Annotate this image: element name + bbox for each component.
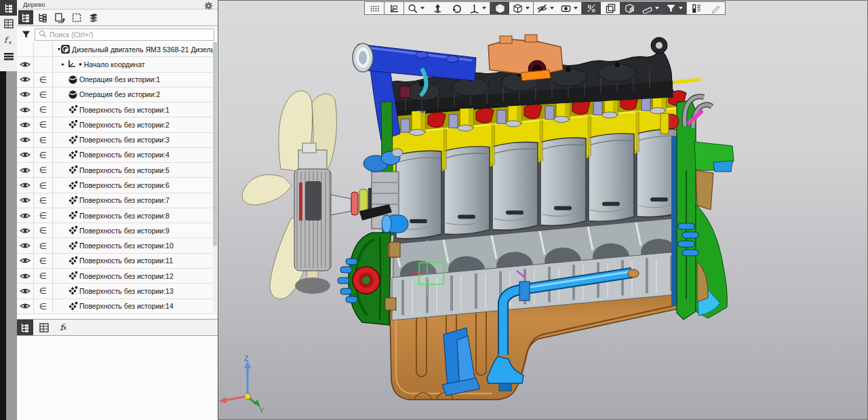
tree-row[interactable]: ∈Поверхность без истории:5 (17, 163, 214, 178)
vtb-clip-volume[interactable] (620, 2, 639, 14)
membership-icon: ∈ (34, 238, 53, 252)
tree-row[interactable]: ∈Поверхность без истории:3 (17, 133, 214, 148)
viewport-toolbar-group (403, 1, 490, 15)
tree-row[interactable]: ∈Поверхность без истории:2 (17, 117, 214, 132)
tree-item-label: Поверхность без истории:10 (79, 242, 174, 250)
vtb-cube-wireframe[interactable] (509, 2, 533, 14)
tree-row[interactable]: ∈Операция без истории:1 (17, 73, 214, 88)
vtb-cube-shaded[interactable] (490, 2, 509, 14)
left-rail: fx (0, 0, 17, 420)
visibility-eye-icon[interactable] (17, 102, 34, 117)
tree-panel-header: Дерево (17, 0, 218, 9)
axis-z-label: Z (244, 354, 249, 362)
viewport-toolbar-group (686, 1, 726, 15)
surface-icon (68, 135, 78, 145)
tree-row[interactable]: ∈Поверхность без истории:6 (17, 178, 214, 193)
tree-panel: Дерево Поиск (Ctrl+/) ▾Дизельный двигате… (17, 0, 218, 420)
expand-arrow[interactable]: ▸ (60, 61, 66, 67)
visibility-eye-icon[interactable] (17, 88, 34, 102)
visibility-eye-icon[interactable] (17, 178, 34, 192)
vtb-filter-funnel[interactable] (663, 2, 686, 14)
surface-icon (68, 241, 78, 251)
rail-tab-menu[interactable] (0, 48, 17, 64)
bottom-tab-table[interactable] (36, 320, 52, 335)
visibility-eye-icon[interactable] (17, 57, 34, 71)
tree-row[interactable]: ▾Дизельный двигатель ЯМЗ 5368-21 Дизельн (17, 42, 214, 57)
axis-y-label: Y (259, 406, 264, 415)
tree-row[interactable]: ∈Поверхность без истории:11 (17, 254, 214, 269)
component-icon (60, 44, 71, 54)
origin-icon (66, 59, 77, 69)
visibility-eye-icon[interactable] (17, 148, 34, 162)
visibility-eye-icon[interactable] (17, 299, 34, 313)
tree-row[interactable]: ∈Поверхность без истории:9 (17, 223, 214, 238)
tree-row[interactable]: ∈Поверхность без истории:10 (17, 238, 214, 253)
tree-panel-toolbar (17, 9, 218, 26)
tree-list: ▾Дизельный двигатель ЯМЗ 5368-21 Дизельн… (17, 42, 218, 314)
tree-row[interactable]: ∈Операция без истории:2 (17, 88, 214, 102)
panel-toolbar-tree-structure[interactable] (18, 10, 33, 24)
visibility-eye-icon[interactable] (17, 238, 34, 252)
tree-item-label: Поверхность без истории:12 (79, 272, 174, 280)
panel-title: Дерево (17, 1, 204, 8)
viewport-3d[interactable]: Z Y (218, 0, 868, 420)
tree-item-label: Дизельный двигатель ЯМЗ 5368-21 Дизельн (72, 45, 214, 54)
membership-icon: ∈ (34, 284, 53, 298)
search-input[interactable]: Поиск (Ctrl+/) (35, 28, 214, 41)
vtb-workplane-corner[interactable] (384, 2, 403, 14)
tree-item-label: Поверхность без истории:6 (79, 181, 170, 189)
visibility-eye-icon[interactable] (17, 133, 34, 147)
visibility-eye-icon[interactable] (17, 284, 34, 298)
tree-row[interactable]: ∈Поверхность без истории:4 (17, 148, 214, 163)
tree-item-label: Операция без истории:2 (79, 90, 160, 98)
vtb-new-window[interactable] (601, 2, 620, 14)
tree-row[interactable]: ∈Поверхность без истории:8 (17, 208, 214, 223)
tree-row[interactable]: ∈Поверхность без истории:7 (17, 193, 214, 208)
vtb-camera-view[interactable] (557, 2, 581, 14)
visibility-eye-icon[interactable] (17, 223, 34, 237)
vtb-pencil[interactable] (706, 2, 725, 14)
bottom-tab-tree[interactable] (17, 320, 33, 335)
engine-model[interactable]: Z Y (218, 1, 868, 420)
tree-item-label: Поверхность без истории:2 (79, 121, 170, 129)
membership-icon: ∈ (34, 88, 53, 102)
tree-row[interactable]: ∈Поверхность без истории:14 (17, 299, 214, 314)
tree-scrollbar-thumb[interactable] (213, 42, 217, 246)
tree-row[interactable]: ∈Поверхность без истории:13 (17, 284, 214, 299)
vtb-zoom-select[interactable] (404, 2, 428, 14)
surface-icon (68, 271, 78, 281)
vtb-measure[interactable] (639, 2, 663, 14)
panel-toolbar-layers[interactable] (86, 10, 101, 24)
filter-icon[interactable] (17, 28, 35, 41)
visibility-eye-icon[interactable] (17, 208, 34, 223)
panel-toolbar-tree-plain[interactable] (35, 10, 50, 24)
vtb-move-3d[interactable] (428, 2, 447, 14)
visibility-eye-icon[interactable] (17, 117, 34, 132)
rail-tab-properties[interactable] (0, 16, 17, 32)
tree-row[interactable]: ∈Поверхность без истории:12 (17, 269, 214, 284)
panel-toolbar-relations[interactable] (52, 10, 67, 24)
vtb-gauge[interactable] (687, 2, 706, 14)
vtb-rotate-3d[interactable] (447, 2, 466, 14)
tree-scrollbar[interactable] (213, 42, 217, 314)
search-placeholder: Поиск (Ctrl+/) (50, 31, 93, 39)
tree-item-label: Поверхность без истории:4 (79, 151, 170, 159)
visibility-eye-icon[interactable] (17, 269, 34, 283)
visibility-eye-icon[interactable] (17, 254, 34, 268)
bottom-tab-fx[interactable]: fx (55, 320, 71, 335)
gear-icon[interactable] (204, 1, 215, 9)
search-row: Поиск (Ctrl+/) (17, 28, 218, 41)
panel-toolbar-selection-set[interactable] (69, 10, 84, 24)
vtb-hide-eye[interactable] (534, 2, 557, 14)
vtb-axes[interactable] (466, 2, 490, 14)
rail-tab-tree[interactable] (0, 0, 17, 16)
tree-row[interactable]: ∈Поверхность без истории:1 (17, 102, 214, 117)
rail-tab-fx[interactable]: fx (0, 32, 17, 48)
viewport-toolbar-group (533, 1, 582, 15)
vtb-grid-dots[interactable] (365, 2, 384, 14)
visibility-eye-icon[interactable] (17, 193, 34, 208)
tree-row[interactable]: ▸●Начало координат (17, 57, 214, 72)
vtb-section-cut[interactable] (582, 2, 601, 14)
visibility-eye-icon[interactable] (17, 73, 34, 87)
visibility-eye-icon[interactable] (17, 163, 34, 177)
